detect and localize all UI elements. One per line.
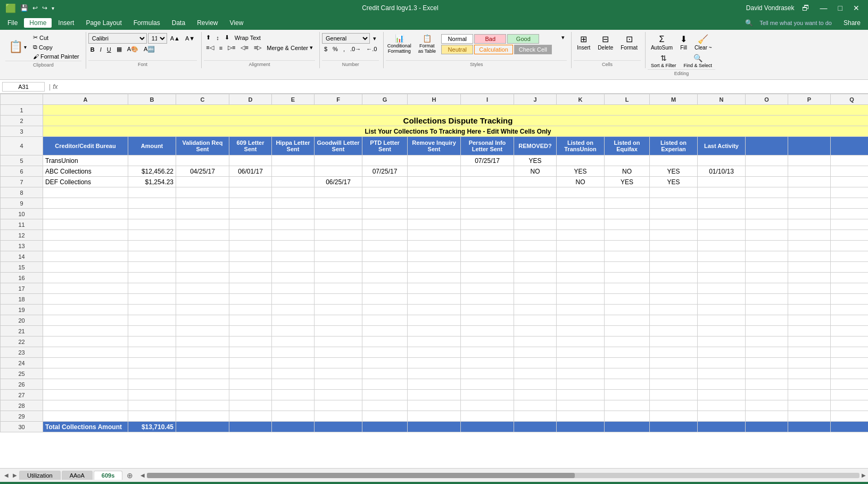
row-5-amount[interactable]	[128, 155, 176, 166]
col-D[interactable]: D	[229, 94, 272, 105]
underline-button[interactable]: U	[105, 45, 113, 54]
row-5-remove[interactable]	[408, 155, 461, 166]
row-5-609[interactable]	[229, 155, 272, 166]
col-remove-header[interactable]: Remove Inquiry Sent	[408, 137, 461, 155]
fill-color-button[interactable]: A🎨	[125, 45, 140, 54]
delete-button[interactable]: ⊟ Delete	[594, 33, 616, 52]
row-30-total[interactable]: $13,710.45	[128, 422, 176, 432]
col-N[interactable]: N	[698, 94, 746, 105]
menu-review[interactable]: Review	[192, 18, 223, 28]
save-icon[interactable]: 💾	[20, 4, 28, 12]
col-goodwill-header[interactable]: Goodwill Letter Sent	[315, 137, 362, 155]
row-6-o[interactable]	[746, 166, 788, 177]
col-B[interactable]: B	[128, 94, 176, 105]
col-hippa-header[interactable]: Hippa Letter Sent	[272, 137, 315, 155]
row-5-hippa[interactable]	[272, 155, 315, 166]
row-6-transunion[interactable]: YES	[557, 166, 605, 177]
row-6-remove[interactable]	[408, 166, 461, 177]
col-validation-header[interactable]: Validation Req Sent	[176, 137, 229, 155]
decrease-font-button[interactable]: A▼	[183, 34, 197, 43]
col-amount-header[interactable]: Amount	[128, 137, 176, 155]
row-5-activity[interactable]	[698, 155, 746, 166]
menu-formulas[interactable]: Formulas	[128, 18, 166, 28]
tab-utilization[interactable]: Utilization	[19, 471, 61, 480]
row-7-remove[interactable]	[408, 177, 461, 187]
col-H[interactable]: H	[408, 94, 461, 105]
col-q-header[interactable]	[831, 137, 869, 155]
col-personal-header[interactable]: Personal Info Letter Sent	[461, 137, 514, 155]
col-M[interactable]: M	[650, 94, 698, 105]
maximize-icon[interactable]: □	[835, 4, 846, 12]
row-7-goodwill[interactable]: 06/25/17	[315, 177, 362, 187]
col-p-header[interactable]	[788, 137, 831, 155]
border-button[interactable]: ▦	[114, 45, 124, 54]
row-5-transunion[interactable]	[557, 155, 605, 166]
row-7-transunion[interactable]: NO	[557, 177, 605, 187]
row-5-goodwill[interactable]	[315, 155, 362, 166]
row-6-ptd[interactable]: 07/25/17	[362, 166, 408, 177]
row-6-goodwill[interactable]	[315, 166, 362, 177]
tab-scroll-right[interactable]: ▶	[11, 472, 19, 478]
row-7-amount[interactable]: $1,254.23	[128, 177, 176, 187]
row-2-title[interactable]: Collections Dispute Tracking	[43, 116, 869, 126]
menu-data[interactable]: Data	[167, 18, 191, 28]
h-scroll-area[interactable]: ◀ ▶	[138, 472, 868, 478]
tab-scroll-left[interactable]: ◀	[2, 472, 11, 478]
row-5-removed[interactable]: YES	[514, 155, 557, 166]
indent-decrease-button[interactable]: ◁≡	[238, 43, 250, 52]
styles-more-button[interactable]: ▾	[559, 33, 567, 42]
style-bad-button[interactable]: Bad	[474, 34, 506, 44]
row-5-ptd[interactable]	[362, 155, 408, 166]
col-L[interactable]: L	[605, 94, 650, 105]
menu-file[interactable]: File	[2, 18, 23, 28]
menu-insert[interactable]: Insert	[53, 18, 79, 28]
row-5-p[interactable]	[788, 155, 831, 166]
restore-icon[interactable]: 🗗	[799, 4, 813, 12]
close-icon[interactable]: ✕	[850, 4, 863, 12]
style-good-button[interactable]: Good	[507, 34, 539, 44]
col-G[interactable]: G	[362, 94, 408, 105]
col-E[interactable]: E	[272, 94, 315, 105]
col-J[interactable]: J	[514, 94, 557, 105]
redo-icon[interactable]: ↪	[42, 4, 47, 12]
row-6-personal[interactable]	[461, 166, 514, 177]
align-bottom-button[interactable]: ⬇	[222, 33, 232, 42]
col-experian-header[interactable]: Listed on Experian	[650, 137, 698, 155]
align-top-button[interactable]: ⬆	[204, 33, 213, 42]
add-sheet-button[interactable]: ⊕	[123, 471, 136, 480]
row-5-validation[interactable]	[176, 155, 229, 166]
format-painter-button[interactable]: 🖌 Format Painter	[31, 52, 81, 61]
fill-button[interactable]: ⬇ Fill	[677, 33, 690, 52]
row-7-hippa[interactable]	[272, 177, 315, 187]
percent-button[interactable]: %	[330, 45, 340, 53]
row-6-validation[interactable]: 04/25/17	[176, 166, 229, 177]
increase-decimal-button[interactable]: .0→	[348, 45, 363, 53]
menu-view[interactable]: View	[225, 18, 249, 28]
row-6-p[interactable]	[788, 166, 831, 177]
cut-button[interactable]: ✂ Cut	[31, 33, 81, 42]
col-Q[interactable]: Q	[831, 94, 869, 105]
col-equifax-header[interactable]: Listed on Equifax	[605, 137, 650, 155]
row-30-label[interactable]: Total Collections Amount	[43, 422, 128, 432]
row-7-ptd[interactable]	[362, 177, 408, 187]
insert-button[interactable]: ⊞ Insert	[574, 33, 593, 52]
font-size-select[interactable]: 11	[148, 33, 167, 44]
row-7-experian[interactable]: YES	[650, 177, 698, 187]
conditional-formatting-button[interactable]: 📊 Conditional Formatting	[386, 33, 412, 55]
row-5-equifax[interactable]	[605, 155, 650, 166]
number-format-select[interactable]: General	[322, 33, 370, 44]
col-transunion-header[interactable]: Listed on TransUnion	[557, 137, 605, 155]
merge-center-button[interactable]: Merge & Center ▾	[264, 43, 315, 52]
row-5-personal[interactable]: 07/25/17	[461, 155, 514, 166]
menu-home[interactable]: Home	[24, 18, 52, 28]
row-6-removed[interactable]: NO	[514, 166, 557, 177]
paste-button[interactable]: 📋 ▾	[5, 39, 30, 55]
increase-font-button[interactable]: A▲	[168, 34, 182, 43]
row-6-hippa[interactable]	[272, 166, 315, 177]
currency-button[interactable]: $	[322, 45, 329, 53]
row-1-cell[interactable]	[43, 105, 869, 116]
row-7-activity[interactable]	[698, 177, 746, 187]
col-ptd-header[interactable]: PTD Letter Sent	[362, 137, 408, 155]
autosum-button[interactable]: Σ AutoSum	[648, 34, 676, 52]
col-C[interactable]: C	[176, 94, 229, 105]
